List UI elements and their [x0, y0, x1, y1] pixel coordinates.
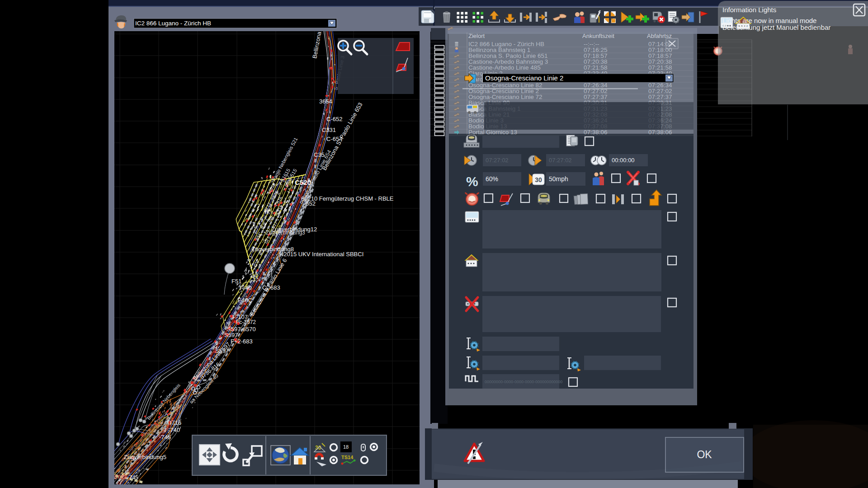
svg-text:F+2-683: F+2-683 [231, 338, 253, 345]
svg-text:00000000-0000-0000-0000-000000: 00000000-0000-0000-0000-000000000000 [485, 380, 562, 384]
svg-text:Beleuchtung jetzt Manuel bedie: Beleuchtung jetzt Manuel bedienbar [722, 23, 830, 31]
svg-text:30: 30 [535, 176, 542, 183]
svg-text:F51: F51 [231, 278, 241, 285]
svg-text:OK: OK [697, 449, 712, 460]
svg-text:Fc-3672: Fc-3672 [236, 319, 256, 325]
svg-text:Ankunftszeit: Ankunftszeit [582, 33, 614, 39]
svg-text:-745: -745 [159, 434, 171, 441]
svg-text:18: 18 [343, 444, 349, 450]
svg-text:-652: -652 [304, 200, 316, 207]
svg-text:Information Lights: Information Lights [722, 6, 776, 14]
svg-text:50mph: 50mph [549, 175, 568, 183]
svg-text:C-652: C-652 [326, 116, 342, 122]
svg-text:07:38:06: 07:38:06 [648, 129, 672, 136]
svg-text:TS14: TS14 [341, 455, 354, 460]
svg-text:F-40: F-40 [240, 285, 252, 291]
svg-text:Zielort: Zielort [468, 33, 485, 39]
svg-text:Zugverbindung3: Zugverbindung3 [266, 230, 305, 236]
svg-text:S597: S597 [224, 332, 238, 338]
svg-text:C331: C331 [322, 127, 336, 133]
svg-text:07:27:02: 07:27:02 [486, 157, 509, 164]
svg-text:60%: 60% [486, 175, 498, 183]
svg-text:Portal Giornico 13: Portal Giornico 13 [468, 129, 517, 136]
svg-text:07:38:06: 07:38:06 [584, 129, 608, 136]
svg-text:07:27:02: 07:27:02 [549, 157, 572, 164]
svg-text:S738: S738 [113, 474, 127, 480]
svg-text:TI716: TI716 [166, 419, 181, 426]
svg-text:F40C: F40C [238, 297, 252, 304]
svg-text:42015 UKV International SBBCI: 42015 UKV International SBBCI [280, 251, 363, 258]
svg-text:Zugverbindung5: Zugverbindung5 [124, 454, 166, 460]
svg-text:3654: 3654 [319, 98, 332, 105]
svg-text:-745: -745 [127, 474, 138, 481]
svg-text:00:00:00: 00:00:00 [612, 157, 635, 164]
svg-text:%: % [466, 174, 478, 189]
svg-text:IC2 866 Lugano - Zürich HB: IC2 866 Lugano - Zürich HB [135, 20, 211, 27]
svg-text:Osogna-Cresciano Linie 2: Osogna-Cresciano Linie 2 [485, 74, 563, 82]
svg-text:F-740: F-740 [165, 427, 180, 433]
